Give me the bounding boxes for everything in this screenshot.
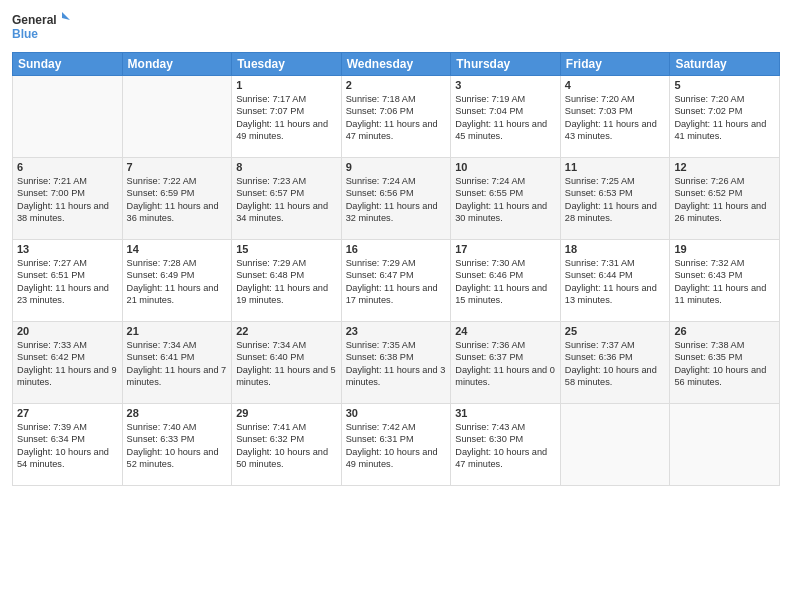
calendar-cell: 8Sunrise: 7:23 AM Sunset: 6:57 PM Daylig… [232,158,342,240]
cell-sun-info: Sunrise: 7:26 AM Sunset: 6:52 PM Dayligh… [674,175,775,225]
day-number: 11 [565,161,666,173]
cell-sun-info: Sunrise: 7:39 AM Sunset: 6:34 PM Dayligh… [17,421,118,471]
cell-sun-info: Sunrise: 7:24 AM Sunset: 6:56 PM Dayligh… [346,175,447,225]
calendar-cell: 9Sunrise: 7:24 AM Sunset: 6:56 PM Daylig… [341,158,451,240]
calendar-cell: 15Sunrise: 7:29 AM Sunset: 6:48 PM Dayli… [232,240,342,322]
cell-sun-info: Sunrise: 7:20 AM Sunset: 7:03 PM Dayligh… [565,93,666,143]
cell-sun-info: Sunrise: 7:40 AM Sunset: 6:33 PM Dayligh… [127,421,228,471]
calendar-cell: 5Sunrise: 7:20 AM Sunset: 7:02 PM Daylig… [670,76,780,158]
calendar-cell: 6Sunrise: 7:21 AM Sunset: 7:00 PM Daylig… [13,158,123,240]
day-number: 25 [565,325,666,337]
week-row-1: 6Sunrise: 7:21 AM Sunset: 7:00 PM Daylig… [13,158,780,240]
calendar-cell [122,76,232,158]
calendar-cell: 3Sunrise: 7:19 AM Sunset: 7:04 PM Daylig… [451,76,561,158]
day-number: 14 [127,243,228,255]
day-number: 30 [346,407,447,419]
cell-sun-info: Sunrise: 7:35 AM Sunset: 6:38 PM Dayligh… [346,339,447,389]
calendar-header-row: SundayMondayTuesdayWednesdayThursdayFrid… [13,53,780,76]
cell-sun-info: Sunrise: 7:43 AM Sunset: 6:30 PM Dayligh… [455,421,556,471]
calendar-cell: 7Sunrise: 7:22 AM Sunset: 6:59 PM Daylig… [122,158,232,240]
calendar-cell: 28Sunrise: 7:40 AM Sunset: 6:33 PM Dayli… [122,404,232,486]
calendar-cell: 1Sunrise: 7:17 AM Sunset: 7:07 PM Daylig… [232,76,342,158]
calendar-cell: 30Sunrise: 7:42 AM Sunset: 6:31 PM Dayli… [341,404,451,486]
calendar-cell: 11Sunrise: 7:25 AM Sunset: 6:53 PM Dayli… [560,158,670,240]
cell-sun-info: Sunrise: 7:21 AM Sunset: 7:00 PM Dayligh… [17,175,118,225]
calendar-cell: 29Sunrise: 7:41 AM Sunset: 6:32 PM Dayli… [232,404,342,486]
day-number: 27 [17,407,118,419]
header: General Blue [12,10,780,46]
col-header-saturday: Saturday [670,53,780,76]
day-number: 1 [236,79,337,91]
cell-sun-info: Sunrise: 7:20 AM Sunset: 7:02 PM Dayligh… [674,93,775,143]
cell-sun-info: Sunrise: 7:25 AM Sunset: 6:53 PM Dayligh… [565,175,666,225]
cell-sun-info: Sunrise: 7:22 AM Sunset: 6:59 PM Dayligh… [127,175,228,225]
logo-svg: General Blue [12,10,72,46]
day-number: 22 [236,325,337,337]
svg-text:Blue: Blue [12,27,38,41]
calendar-cell [560,404,670,486]
calendar-cell: 14Sunrise: 7:28 AM Sunset: 6:49 PM Dayli… [122,240,232,322]
cell-sun-info: Sunrise: 7:31 AM Sunset: 6:44 PM Dayligh… [565,257,666,307]
day-number: 12 [674,161,775,173]
calendar-cell: 25Sunrise: 7:37 AM Sunset: 6:36 PM Dayli… [560,322,670,404]
page: General Blue SundayMondayTuesdayWednesda… [0,0,792,612]
calendar-cell: 26Sunrise: 7:38 AM Sunset: 6:35 PM Dayli… [670,322,780,404]
day-number: 16 [346,243,447,255]
svg-text:General: General [12,13,57,27]
col-header-friday: Friday [560,53,670,76]
cell-sun-info: Sunrise: 7:27 AM Sunset: 6:51 PM Dayligh… [17,257,118,307]
week-row-4: 27Sunrise: 7:39 AM Sunset: 6:34 PM Dayli… [13,404,780,486]
day-number: 18 [565,243,666,255]
calendar-cell: 10Sunrise: 7:24 AM Sunset: 6:55 PM Dayli… [451,158,561,240]
day-number: 29 [236,407,337,419]
day-number: 31 [455,407,556,419]
day-number: 2 [346,79,447,91]
day-number: 3 [455,79,556,91]
cell-sun-info: Sunrise: 7:33 AM Sunset: 6:42 PM Dayligh… [17,339,118,389]
calendar-cell: 27Sunrise: 7:39 AM Sunset: 6:34 PM Dayli… [13,404,123,486]
week-row-3: 20Sunrise: 7:33 AM Sunset: 6:42 PM Dayli… [13,322,780,404]
col-header-thursday: Thursday [451,53,561,76]
cell-sun-info: Sunrise: 7:29 AM Sunset: 6:47 PM Dayligh… [346,257,447,307]
calendar-cell [13,76,123,158]
col-header-sunday: Sunday [13,53,123,76]
calendar-cell: 12Sunrise: 7:26 AM Sunset: 6:52 PM Dayli… [670,158,780,240]
cell-sun-info: Sunrise: 7:23 AM Sunset: 6:57 PM Dayligh… [236,175,337,225]
calendar-cell: 16Sunrise: 7:29 AM Sunset: 6:47 PM Dayli… [341,240,451,322]
cell-sun-info: Sunrise: 7:37 AM Sunset: 6:36 PM Dayligh… [565,339,666,389]
day-number: 20 [17,325,118,337]
week-row-2: 13Sunrise: 7:27 AM Sunset: 6:51 PM Dayli… [13,240,780,322]
cell-sun-info: Sunrise: 7:17 AM Sunset: 7:07 PM Dayligh… [236,93,337,143]
svg-marker-1 [62,12,70,20]
day-number: 15 [236,243,337,255]
calendar-cell: 18Sunrise: 7:31 AM Sunset: 6:44 PM Dayli… [560,240,670,322]
cell-sun-info: Sunrise: 7:36 AM Sunset: 6:37 PM Dayligh… [455,339,556,389]
calendar-cell: 21Sunrise: 7:34 AM Sunset: 6:41 PM Dayli… [122,322,232,404]
col-header-monday: Monday [122,53,232,76]
calendar-cell: 23Sunrise: 7:35 AM Sunset: 6:38 PM Dayli… [341,322,451,404]
calendar-cell: 22Sunrise: 7:34 AM Sunset: 6:40 PM Dayli… [232,322,342,404]
day-number: 4 [565,79,666,91]
day-number: 24 [455,325,556,337]
cell-sun-info: Sunrise: 7:19 AM Sunset: 7:04 PM Dayligh… [455,93,556,143]
col-header-tuesday: Tuesday [232,53,342,76]
day-number: 19 [674,243,775,255]
week-row-0: 1Sunrise: 7:17 AM Sunset: 7:07 PM Daylig… [13,76,780,158]
calendar-table: SundayMondayTuesdayWednesdayThursdayFrid… [12,52,780,486]
day-number: 13 [17,243,118,255]
cell-sun-info: Sunrise: 7:34 AM Sunset: 6:40 PM Dayligh… [236,339,337,389]
cell-sun-info: Sunrise: 7:38 AM Sunset: 6:35 PM Dayligh… [674,339,775,389]
cell-sun-info: Sunrise: 7:28 AM Sunset: 6:49 PM Dayligh… [127,257,228,307]
calendar-cell: 4Sunrise: 7:20 AM Sunset: 7:03 PM Daylig… [560,76,670,158]
day-number: 8 [236,161,337,173]
day-number: 17 [455,243,556,255]
calendar-cell: 19Sunrise: 7:32 AM Sunset: 6:43 PM Dayli… [670,240,780,322]
day-number: 9 [346,161,447,173]
cell-sun-info: Sunrise: 7:41 AM Sunset: 6:32 PM Dayligh… [236,421,337,471]
col-header-wednesday: Wednesday [341,53,451,76]
cell-sun-info: Sunrise: 7:34 AM Sunset: 6:41 PM Dayligh… [127,339,228,389]
day-number: 10 [455,161,556,173]
day-number: 21 [127,325,228,337]
calendar-cell: 31Sunrise: 7:43 AM Sunset: 6:30 PM Dayli… [451,404,561,486]
day-number: 7 [127,161,228,173]
